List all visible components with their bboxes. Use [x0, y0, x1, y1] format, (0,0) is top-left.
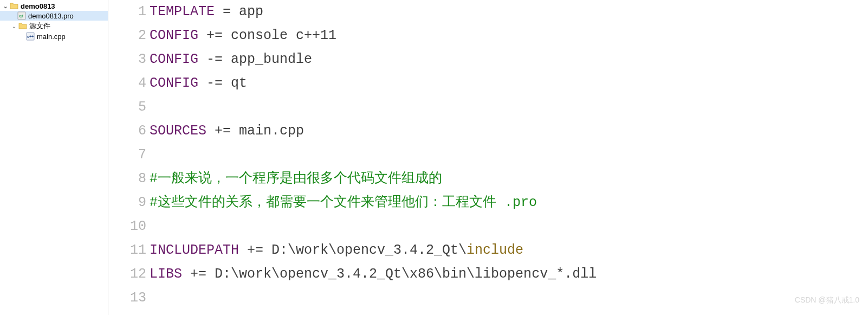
code-content[interactable]: TEMPLATE = app CONFIG += console c++11 C… [148, 0, 868, 315]
line-number: 2 [108, 24, 146, 48]
line-number: 12 [108, 262, 146, 286]
line-number-gutter: 1 2 3 4 5 6 7 8 9 10 11 12 13 [108, 0, 148, 315]
line-number: 4 [108, 72, 146, 95]
code-line[interactable]: CONFIG -= qt [150, 72, 868, 95]
code-line[interactable] [150, 143, 868, 167]
line-number: 5 [108, 95, 146, 119]
line-number: 8 [108, 167, 146, 191]
tree-item-sources-folder[interactable]: ⌄ 源文件 [0, 21, 108, 31]
line-number: 11 [108, 239, 146, 262]
tree-item-main-cpp[interactable]: c++ main.cpp [0, 31, 108, 41]
code-line[interactable] [150, 95, 868, 119]
project-tree[interactable]: ⌄ demo0813 qt demo0813.pro ⌄ 源文件 c++ mai… [0, 0, 108, 315]
svg-text:qt: qt [19, 14, 23, 18]
chevron-down-icon[interactable]: ⌄ [2, 3, 9, 9]
folder-icon [10, 2, 18, 10]
code-line[interactable]: SOURCES += main.cpp [150, 119, 868, 143]
pro-file-label: demo0813.pro [28, 12, 74, 20]
tree-root-project[interactable]: ⌄ demo0813 [0, 1, 108, 11]
code-line[interactable] [150, 286, 868, 310]
line-number: 1 [108, 0, 146, 24]
svg-text:c++: c++ [27, 35, 34, 38]
code-editor[interactable]: 1 2 3 4 5 6 7 8 9 10 11 12 13 TEMPLATE =… [108, 0, 868, 315]
watermark-text: CSDN @猪八戒1.0 [795, 288, 859, 312]
main-cpp-label: main.cpp [37, 33, 66, 41]
tree-item-pro-file[interactable]: qt demo0813.pro [0, 11, 108, 21]
code-line[interactable]: CONFIG += console c++11 [150, 24, 868, 48]
line-number: 7 [108, 143, 146, 167]
sources-folder-label: 源文件 [29, 21, 50, 31]
code-line[interactable]: #这些文件的关系，都需要一个文件来管理他们：工程文件 .pro [150, 191, 868, 215]
project-name: demo0813 [21, 2, 55, 10]
line-number: 3 [108, 48, 146, 72]
line-number: 9 [108, 191, 146, 215]
cpp-file-icon: c++ [26, 32, 35, 41]
code-line[interactable] [150, 215, 868, 239]
line-number: 6 [108, 119, 146, 143]
code-line[interactable]: TEMPLATE = app [150, 0, 868, 24]
code-line[interactable]: CONFIG -= app_bundle [150, 48, 868, 72]
line-number: 13 [108, 286, 146, 310]
line-number: 10 [108, 215, 146, 239]
code-line[interactable]: LIBS += D:\work\opencv_3.4.2_Qt\x86\bin\… [150, 262, 868, 286]
project-file-icon: qt [17, 11, 26, 20]
code-line[interactable]: INCLUDEPATH += D:\work\opencv_3.4.2_Qt\i… [150, 239, 868, 262]
folder-icon [18, 22, 27, 30]
code-line[interactable]: #一般来说，一个程序是由很多个代码文件组成的 [150, 167, 868, 191]
chevron-down-icon[interactable]: ⌄ [11, 23, 17, 29]
